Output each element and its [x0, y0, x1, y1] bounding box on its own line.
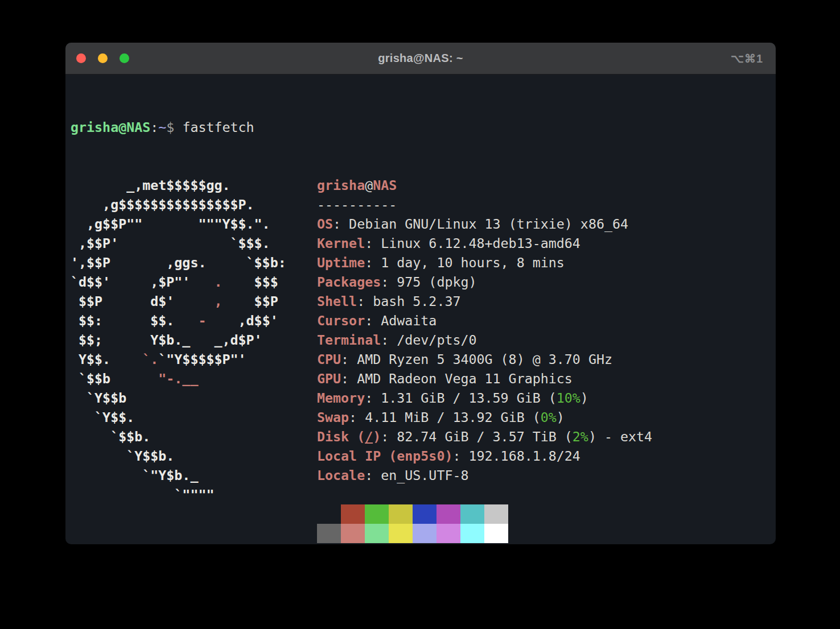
color-block-bottom-7: [484, 524, 508, 543]
info-line-swap: Swap: 4.11 MiB / 13.92 GiB (0%): [317, 408, 652, 427]
color-block-bottom-6: [460, 524, 484, 543]
art-line-15: `Y$$b.: [71, 446, 286, 466]
info-line-kernel: Kernel: Linux 6.12.48+deb13-amd64: [317, 234, 652, 253]
color-block-top-4: [413, 504, 437, 524]
ansi-color-row-bright: [317, 524, 652, 543]
color-block-bottom-0: [317, 524, 341, 543]
art-line-3: ,g$$P"" """Y$$.".: [71, 214, 286, 234]
color-block-top-2: [365, 504, 389, 524]
zoom-button[interactable]: [120, 53, 129, 63]
art-line-6: `d$$' ,$P"' . $$$: [71, 272, 286, 292]
color-block-top-1: [341, 504, 365, 524]
color-block-top-3: [389, 504, 413, 524]
terminal-content[interactable]: grisha@NAS:~$ fastfetch _,met$$$$$gg. ,g…: [71, 79, 776, 544]
info-line-locale: Locale: en_US.UTF-8: [317, 466, 652, 485]
info-line-terminal: Terminal: /dev/pts/0: [317, 330, 652, 350]
color-block-bottom-4: [413, 524, 437, 543]
color-block-top-7: [484, 504, 508, 524]
art-line-7: $$P d$' , $$P: [71, 292, 286, 311]
close-button[interactable]: [76, 53, 86, 63]
art-line-4: ,$$P' `$$$.: [71, 234, 286, 253]
info-line-memory: Memory: 1.31 GiB / 13.59 GiB (10%): [317, 388, 652, 408]
fastfetch-output: _,met$$$$$gg. ,g$$$$$$$$$$$$$$$P. ,g$$P"…: [71, 176, 776, 543]
info-line-shell: Shell: bash 5.2.37: [317, 292, 652, 311]
ansi-color-row-normal: [317, 504, 652, 524]
info-line-uptime: Uptime: 1 day, 10 hours, 8 mins: [317, 253, 652, 272]
art-line-11: `$$b "-.__: [71, 369, 286, 388]
window-shortcut-badge: ⌥⌘1: [731, 52, 763, 65]
blank-line: [317, 485, 652, 504]
art-line-13: `Y$$.: [71, 408, 286, 427]
minimize-button[interactable]: [98, 53, 108, 63]
color-block-bottom-5: [437, 524, 460, 543]
info-line-title: grisha@NAS: [317, 176, 652, 195]
color-block-bottom-2: [365, 524, 389, 543]
window-title-bar[interactable]: grisha@NAS: ~ ⌥⌘1: [65, 43, 776, 75]
art-line-12: `Y$$b: [71, 388, 286, 408]
desktop-background: grisha@NAS: ~ ⌥⌘1 grisha@NAS:~$ fastfetc…: [0, 0, 840, 629]
window-title: grisha@NAS: ~: [378, 52, 463, 65]
info-line-packages: Packages: 975 (dpkg): [317, 272, 652, 292]
art-line-5: ',$$P ,ggs. `$$b:: [71, 253, 286, 272]
art-line-9: $$; Y$b._ _,d$P': [71, 330, 286, 350]
info-line-os: OS: Debian GNU/Linux 13 (trixie) x86_64: [317, 214, 652, 234]
art-line-17: `"""": [71, 485, 286, 504]
color-block-top-6: [460, 504, 484, 524]
info-line-disk: Disk (/): 82.74 GiB / 3.57 TiB (2%) - ex…: [317, 427, 652, 446]
art-line-8: $$: $$. - ,d$$': [71, 311, 286, 330]
info-line-gpu: GPU: AMD Radeon Vega 11 Graphics: [317, 369, 652, 388]
art-line-16: `"Y$b._: [71, 466, 286, 485]
art-line-10: Y$$. `.`"Y$$$$$P"': [71, 350, 286, 369]
art-line-14: `$$b.: [71, 427, 286, 446]
info-line-separator: ----------: [317, 195, 652, 214]
color-block-top-0: [317, 504, 341, 524]
debian-logo-ascii: _,met$$$$$gg. ,g$$$$$$$$$$$$$$$P. ,g$$P"…: [71, 176, 286, 504]
info-line-cursor: Cursor: Adwaita: [317, 311, 652, 330]
info-line-local-ip: Local IP (enp5s0): 192.168.1.8/24: [317, 446, 652, 466]
traffic-lights: [76, 43, 129, 74]
prompt-line: grisha@NAS:~$ fastfetch: [71, 118, 776, 137]
fastfetch-info-column: grisha@NAS----------OS: Debian GNU/Linux…: [317, 176, 652, 543]
art-line-1: _,met$$$$$gg.: [71, 176, 286, 195]
art-line-2: ,g$$$$$$$$$$$$$$$P.: [71, 195, 286, 214]
info-line-cpu: CPU: AMD Ryzen 5 3400G (8) @ 3.70 GHz: [317, 350, 652, 369]
color-block-top-5: [437, 504, 460, 524]
color-block-bottom-3: [389, 524, 413, 543]
color-block-bottom-1: [341, 524, 365, 543]
terminal-window: grisha@NAS: ~ ⌥⌘1 grisha@NAS:~$ fastfetc…: [65, 43, 776, 544]
